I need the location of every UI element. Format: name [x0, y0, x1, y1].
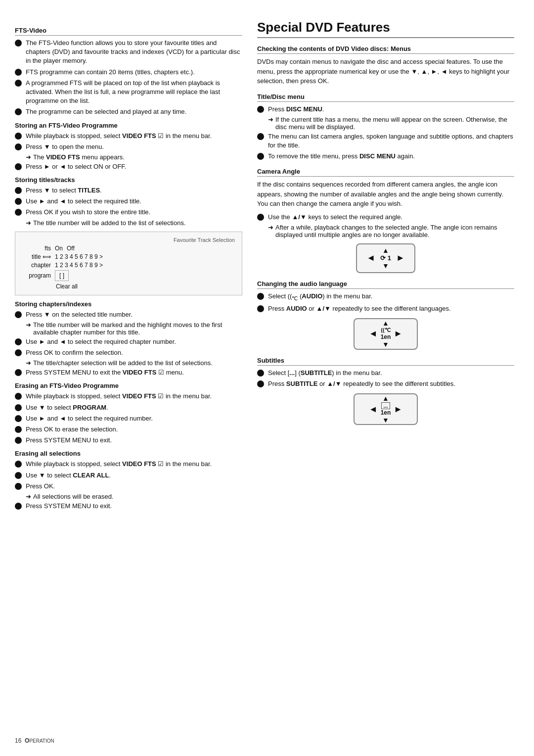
- ep-text-1: While playback is stopped, select VIDEO …: [26, 392, 242, 401]
- sc-text-4: Press SYSTEM MENU to exit the VIDEO FTS …: [26, 368, 242, 377]
- intro-text-2: FTS programme can contain 20 items (titl…: [26, 68, 242, 77]
- fts-row-chapter: chapter 1 2 3 4 5 6 7 8 9 >: [22, 262, 235, 269]
- arrow-text: The title/chapter selection will be adde…: [33, 359, 213, 367]
- storing-chapters-heading: Storing chapters/indexes: [15, 300, 242, 308]
- audio-down-icon: ▼: [382, 340, 389, 348]
- fts-label-title: title ⟺: [22, 253, 51, 260]
- arrow-text: The title number will be added to the li…: [33, 219, 186, 227]
- list-item: While playback is stopped, select VIDEO …: [15, 392, 242, 401]
- right-column: Special DVD Features Checking the conten…: [257, 20, 514, 736]
- list-item: Use ▼ to select CLEAR ALL.: [15, 471, 242, 480]
- audio-display: ◄ ▲ ((℃ 1en ▼ ►: [257, 318, 514, 350]
- subtitles-heading: Subtitles: [257, 357, 514, 366]
- fts-row-program: program [ ]: [22, 270, 235, 281]
- st-text-3: Press OK if you wish to store the entire…: [26, 208, 242, 217]
- fts-nums-chapter: 1 2 3 4 5 6 7 8 9 >: [55, 262, 103, 269]
- list-item: Use ► and ◄ to select the required numbe…: [15, 414, 242, 423]
- bullet-icon: [257, 153, 264, 160]
- list-item: The menu can list camera angles, spoken …: [257, 132, 514, 150]
- storing-titles-list: Press ▼ to select TITLES. Use ► and ◄ to…: [15, 186, 242, 227]
- bullet-icon: [257, 293, 264, 300]
- intro-text-3: A programmed FTS will be placed on top o…: [26, 79, 242, 106]
- list-item: Press OK.: [15, 482, 242, 491]
- list-item: Press ▼ to select TITLES.: [15, 186, 242, 195]
- audio-left-icon: ◄: [369, 329, 378, 339]
- arrow-item: ➜If the current title has a menu, the me…: [268, 116, 514, 131]
- page-number: 16: [15, 737, 21, 744]
- bullet-icon: [15, 483, 22, 490]
- ep-text-2: Use ▼ to select PROGRAM.: [26, 403, 242, 412]
- arrow-item: ➜The VIDEO FTS menu appears.: [26, 153, 242, 161]
- arrow-text: All selections will be erased.: [33, 493, 114, 500]
- list-item: Press ▼ to open the menu.: [15, 142, 242, 151]
- tdm-text-2: The menu can list camera angles, spoken …: [268, 132, 514, 150]
- ca-text-1: Use the ▲/▼ keys to select the required …: [268, 213, 514, 222]
- arrow-text: The VIDEO FTS menu appears.: [33, 153, 125, 161]
- subtitle-right-icon: ►: [394, 404, 402, 415]
- ea-text-2: Use ▼ to select CLEAR ALL.: [26, 471, 242, 480]
- bullet-icon: [15, 472, 22, 479]
- bullet-icon: [15, 393, 22, 400]
- arrow-item: ➜After a while, playback changes to the …: [268, 224, 514, 238]
- list-item: Press SYSTEM MENU to exit the VIDEO FTS …: [15, 368, 242, 377]
- bullet-icon: [15, 80, 22, 87]
- fts-label-fts: fts: [22, 245, 51, 252]
- fts-label-program: program: [22, 272, 51, 279]
- storing-chapters-list: Press ▼ on the selected title number. ➜T…: [15, 310, 242, 378]
- main-title: Special DVD Features: [257, 20, 514, 38]
- arrow-icon: ➜: [268, 224, 273, 231]
- intro-text-1: The FTS-Video function allows you to sto…: [26, 39, 242, 66]
- list-item: Press SYSTEM MENU to exit.: [15, 436, 242, 445]
- ep-text-5: Press SYSTEM MENU to exit.: [26, 436, 242, 445]
- list-item: Select ((℃ (AUDIO) in the menu bar.: [257, 292, 514, 302]
- arrow-icon: ➜: [268, 116, 273, 123]
- storing-titles-heading: Storing titles/tracks: [15, 176, 242, 184]
- fts-clear-all: Clear all: [56, 283, 235, 290]
- audio-up-icon: ▲: [382, 319, 389, 327]
- camera-angle-body: If the disc contains sequences recorded …: [257, 180, 514, 209]
- st-text-1: Press ▼ to select TITLES.: [26, 186, 242, 195]
- list-item: Press OK to erase the selection.: [15, 425, 242, 434]
- page: FTS-Video The FTS-Video function allows …: [0, 0, 534, 756]
- camera-center: ▲ ⟳ 1 ▼: [380, 246, 391, 270]
- fts-box-title: Favourite Track Selection: [22, 237, 235, 243]
- bullet-icon: [15, 426, 22, 433]
- bullet-icon: [257, 370, 264, 377]
- arrow-icon: ➜: [26, 219, 31, 227]
- audio-label: 1en: [381, 333, 391, 340]
- bullet-icon: [15, 369, 22, 376]
- arrow-item: ➜The title/chapter selection will be add…: [26, 359, 242, 367]
- arrow-icon: ➜: [26, 153, 31, 161]
- audio-language-list: Select ((℃ (AUDIO) in the menu bar. Pres…: [257, 292, 514, 313]
- fts-row-title: title ⟺ 1 2 3 4 5 6 7 8 9 >: [22, 253, 235, 260]
- arrow-icon: ➜: [26, 321, 31, 329]
- checking-heading: Checking the contents of DVD Video discs…: [257, 45, 514, 54]
- arrow-text: If the current title has a menu, the men…: [275, 116, 514, 131]
- bullet-icon: [15, 503, 22, 510]
- list-item: Use the ▲/▼ keys to select the required …: [257, 213, 514, 222]
- bullet-icon: [257, 106, 264, 113]
- bullet-icon: [257, 214, 264, 221]
- list-item: While playback is stopped, select VIDEO …: [15, 460, 242, 469]
- list-item: Use ▼ to select PROGRAM.: [15, 403, 242, 412]
- camera-btn-row: ◄ ▲ ⟳ 1 ▼ ►: [366, 246, 405, 270]
- bullet-icon: [15, 415, 22, 422]
- title-disc-menu-heading: Title/Disc menu: [257, 93, 514, 102]
- list-item: Press ▼ on the selected title number.: [15, 310, 242, 319]
- bullet-icon: [257, 380, 264, 387]
- bullet-icon: [15, 198, 22, 205]
- subtitle-down-icon: ▼: [382, 416, 389, 424]
- list-item: Press DISC MENU.: [257, 105, 514, 114]
- bullet-icon: [15, 108, 22, 115]
- subtitle-icon: ...: [381, 402, 390, 409]
- audio-btn-row: ◄ ▲ ((℃ 1en ▼ ►: [369, 319, 402, 348]
- checking-body: DVDs may contain menus to navigate the d…: [257, 57, 514, 86]
- sub-text-2: Press SUBTITLE or ▲/▼ repeatedly to see …: [268, 379, 514, 388]
- list-item: Use ► and ◄ to select the required chapt…: [15, 337, 242, 346]
- bullet-icon: [15, 187, 22, 194]
- erasing-programme-list: While playback is stopped, select VIDEO …: [15, 392, 242, 445]
- ea-text-4: Press SYSTEM MENU to exit.: [26, 502, 242, 511]
- bullet-icon: [257, 133, 264, 140]
- fts-on-off: OnOff: [55, 245, 75, 252]
- list-item: While playback is stopped, select VIDEO …: [15, 132, 242, 141]
